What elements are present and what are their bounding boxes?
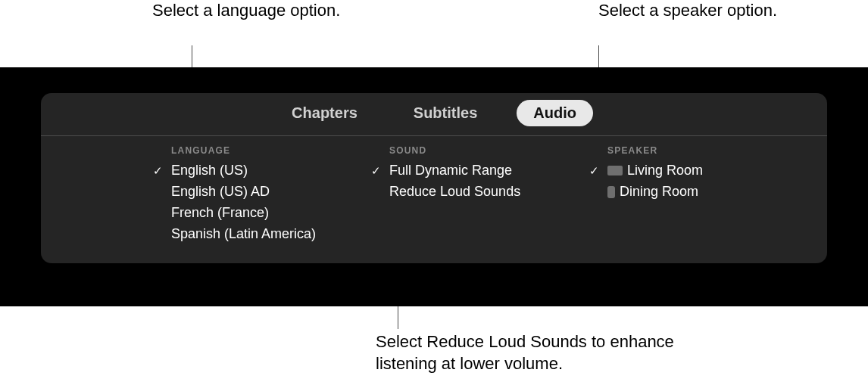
- overlay-tabs: Chapters Subtitles Audio: [41, 93, 827, 136]
- tab-audio[interactable]: Audio: [517, 100, 593, 126]
- language-column: LANGUAGE ✓ English (US) ✓ English (US) A…: [148, 145, 367, 245]
- language-option-label: English (US) AD: [171, 182, 270, 203]
- audio-overlay-panel: Chapters Subtitles Audio LANGUAGE ✓ Engl…: [41, 93, 827, 263]
- speaker-option-label: Dining Room: [620, 182, 698, 203]
- language-option-spanish[interactable]: ✓ Spanish (Latin America): [153, 224, 362, 245]
- callout-sound: Select Reduce Loud Sounds to enhance lis…: [376, 331, 739, 374]
- language-option-english-us-ad[interactable]: ✓ English (US) AD: [153, 182, 362, 203]
- tab-subtitles[interactable]: Subtitles: [397, 100, 494, 126]
- speaker-header: SPEAKER: [607, 145, 798, 156]
- homepod-icon: [607, 186, 615, 198]
- language-option-french[interactable]: ✓ French (France): [153, 203, 362, 224]
- check-icon: ✓: [153, 162, 171, 179]
- language-option-label: Spanish (Latin America): [171, 224, 316, 245]
- sound-option-full-dynamic[interactable]: ✓ Full Dynamic Range: [371, 160, 580, 182]
- sound-option-label: Reduce Loud Sounds: [389, 182, 520, 203]
- callout-speaker: Select a speaker option.: [598, 0, 795, 22]
- tab-chapters[interactable]: Chapters: [275, 100, 374, 126]
- player-background: Chapters Subtitles Audio LANGUAGE ✓ Engl…: [0, 67, 868, 306]
- audio-columns: LANGUAGE ✓ English (US) ✓ English (US) A…: [41, 136, 827, 245]
- sound-option-reduce-loud[interactable]: ✓ Reduce Loud Sounds: [371, 182, 580, 203]
- language-option-label: French (France): [171, 203, 269, 224]
- language-option-label: English (US): [171, 160, 248, 182]
- appletv-box-icon: [607, 166, 623, 175]
- speaker-option-dining-room[interactable]: ✓ Dining Room: [589, 182, 798, 203]
- sound-header: SOUND: [389, 145, 580, 156]
- callout-language: Select a language option.: [152, 0, 349, 22]
- language-option-english-us[interactable]: ✓ English (US): [153, 160, 362, 182]
- language-header: LANGUAGE: [171, 145, 362, 156]
- speaker-option-label: Living Room: [627, 160, 703, 182]
- check-icon: ✓: [371, 162, 389, 179]
- sound-column: SOUND ✓ Full Dynamic Range ✓ Reduce Loud…: [367, 145, 585, 245]
- speaker-column: SPEAKER ✓ Living Room ✓ Dining Room: [585, 145, 803, 245]
- sound-option-label: Full Dynamic Range: [389, 160, 512, 182]
- speaker-option-living-room[interactable]: ✓ Living Room: [589, 160, 798, 182]
- check-icon: ✓: [589, 162, 607, 179]
